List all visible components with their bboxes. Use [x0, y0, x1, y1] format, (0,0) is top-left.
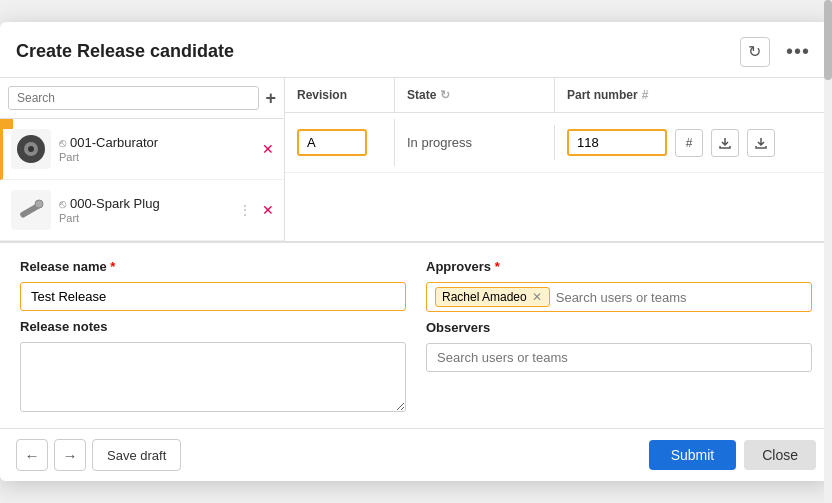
form-right-col: Approvers Rachel Amadeo ✕ Observers	[426, 259, 812, 412]
svg-point-2	[28, 146, 34, 152]
revision-input[interactable]	[297, 129, 367, 156]
scrollbar-track	[824, 22, 832, 481]
part-type-icon: ⎋	[59, 136, 66, 150]
forward-button[interactable]: →	[54, 439, 86, 471]
th-partnum: Part number #	[555, 78, 832, 112]
th-state: State ↻	[395, 78, 555, 112]
part-name: 001-Carburator	[70, 135, 158, 150]
approvers-label: Approvers	[426, 259, 812, 274]
part-type-icon: ⎋	[59, 197, 66, 211]
parts-search-input[interactable]	[8, 86, 259, 110]
scrollbar-thumb[interactable]	[824, 22, 832, 80]
partnum-input[interactable]	[567, 129, 667, 156]
add-part-button[interactable]: +	[265, 89, 276, 107]
more-options-button[interactable]: •••	[780, 36, 816, 67]
part-info: ⎋ 001-Carburator Part	[59, 135, 252, 163]
approvers-input[interactable]: Rachel Amadeo ✕	[426, 282, 812, 312]
state-refresh-icon[interactable]: ↻	[440, 88, 450, 102]
part-thumbnail	[11, 129, 51, 169]
footer-right: Submit Close	[649, 440, 816, 470]
part-name-row: ⎋ 001-Carburator	[59, 135, 252, 150]
partnum-hash-button[interactable]: #	[675, 129, 703, 157]
th-revision: Revision	[285, 78, 395, 112]
save-draft-button[interactable]: Save draft	[92, 439, 181, 471]
observers-input[interactable]	[426, 343, 812, 372]
state-badge: In progress	[407, 135, 472, 150]
selected-indicator	[3, 119, 13, 129]
download-button[interactable]	[747, 129, 775, 157]
part-item[interactable]: ⎋ 001-Carburator Part ✕	[0, 119, 284, 180]
partnum-icon: #	[642, 88, 649, 102]
td-revision	[285, 119, 395, 166]
remove-part-button[interactable]: ✕	[260, 200, 276, 220]
table-header: Revision State ↻ Part number #	[285, 78, 832, 113]
approver-name: Rachel Amadeo	[442, 290, 527, 304]
part-info: ⎋ 000-Spark Plug Part	[59, 196, 230, 224]
table-row: In progress #	[285, 113, 832, 173]
drag-handle-icon: ⋮	[238, 202, 252, 218]
parts-search-row: +	[0, 78, 284, 119]
dialog-footer: ← → Save draft Submit Close	[0, 428, 832, 481]
dialog-body: + ⎋ 001-Carburator Part ✕	[0, 78, 832, 428]
submit-button[interactable]: Submit	[649, 440, 737, 470]
dialog-header: Create Release candidate ↻ •••	[0, 22, 832, 78]
release-notes-textarea[interactable]	[20, 342, 406, 412]
remove-part-button[interactable]: ✕	[260, 139, 276, 159]
bottom-section: Release name Release notes Approvers Rac…	[0, 242, 832, 428]
observers-label: Observers	[426, 320, 812, 335]
form-left-col: Release name Release notes	[20, 259, 406, 412]
remove-approver-button[interactable]: ✕	[531, 290, 543, 304]
svg-point-4	[35, 200, 43, 208]
part-type-label: Part	[59, 151, 252, 163]
close-button[interactable]: Close	[744, 440, 816, 470]
release-name-input[interactable]	[20, 282, 406, 311]
back-button[interactable]: ←	[16, 439, 48, 471]
footer-left: ← → Save draft	[16, 439, 181, 471]
refresh-button[interactable]: ↻	[740, 37, 770, 67]
part-type-label: Part	[59, 212, 230, 224]
export-button[interactable]	[711, 129, 739, 157]
td-partnum: #	[555, 119, 832, 167]
parts-panel: + ⎋ 001-Carburator Part ✕	[0, 78, 285, 241]
part-name-row: ⎋ 000-Spark Plug	[59, 196, 230, 211]
approver-tag: Rachel Amadeo ✕	[435, 287, 550, 307]
release-notes-label: Release notes	[20, 319, 406, 334]
top-section: + ⎋ 001-Carburator Part ✕	[0, 78, 832, 242]
release-name-label: Release name	[20, 259, 406, 274]
part-name: 000-Spark Plug	[70, 196, 160, 211]
create-release-dialog: Create Release candidate ↻ ••• +	[0, 22, 832, 481]
td-state: In progress	[395, 125, 555, 160]
approvers-search-input[interactable]	[556, 290, 803, 305]
dialog-title: Create Release candidate	[16, 41, 730, 62]
table-area: Revision State ↻ Part number #	[285, 78, 832, 241]
part-item[interactable]: ⎋ 000-Spark Plug Part ⋮ ✕	[0, 180, 284, 241]
part-thumbnail	[11, 190, 51, 230]
